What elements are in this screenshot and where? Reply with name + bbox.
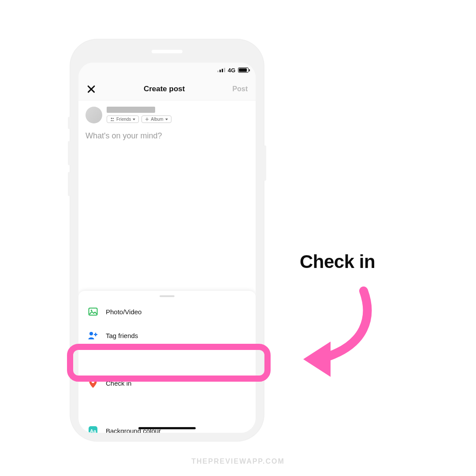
option-label: Check in: [106, 379, 131, 387]
options-sheet: Photo/Video Tag friends: [78, 291, 256, 433]
close-icon[interactable]: [86, 84, 96, 94]
svg-point-3: [91, 310, 92, 311]
home-indicator[interactable]: [138, 427, 196, 429]
battery-icon: [238, 67, 249, 73]
option-tag-friends[interactable]: Tag friends: [78, 324, 256, 347]
audience-selector[interactable]: Friends: [107, 115, 139, 123]
side-button: [68, 141, 71, 165]
avatar[interactable]: [86, 107, 102, 123]
background-colour-icon: Aa: [87, 425, 99, 433]
page-title: Create post: [144, 85, 185, 93]
network-label: 4G: [228, 67, 235, 74]
option-check-in[interactable]: Check in: [78, 371, 256, 395]
watermark: THEPREVIEWAPP.COM: [0, 457, 476, 465]
composer-input[interactable]: What's on your mind?: [78, 123, 256, 149]
username-redacted: [107, 107, 155, 113]
svg-point-4: [89, 332, 93, 335]
svg-point-1: [113, 118, 114, 119]
svg-text:Aa: Aa: [90, 428, 97, 433]
location-pin-icon: [87, 377, 99, 389]
option-label: Tag friends: [106, 332, 138, 339]
annotation-arrow: [295, 280, 383, 381]
option-label: Photo/Video: [106, 308, 141, 316]
plus-icon: [145, 117, 149, 121]
nav-bar: Create post Post: [78, 78, 256, 100]
chevron-down-icon: [165, 119, 168, 120]
photo-icon: [87, 306, 99, 317]
phone-screen: 4G Create post Post: [78, 63, 256, 433]
sheet-handle[interactable]: [160, 295, 175, 297]
composer-header: Friends Album: [78, 100, 256, 123]
post-button[interactable]: Post: [232, 85, 248, 93]
album-selector[interactable]: Album: [141, 115, 171, 123]
option-background-colour[interactable]: Aa Background colour: [78, 419, 256, 433]
audience-label: Friends: [116, 117, 131, 122]
option-photo-video[interactable]: Photo/Video: [78, 300, 256, 324]
annotation-label: Check in: [300, 251, 375, 272]
side-button: [68, 117, 71, 129]
album-label: Album: [151, 117, 163, 122]
signal-icon: [217, 68, 225, 72]
status-bar: 4G: [78, 63, 256, 78]
chevron-down-icon: [133, 119, 135, 120]
tag-friends-icon: [87, 330, 99, 341]
side-button: [264, 145, 266, 181]
phone-frame: 4G Create post Post: [71, 40, 264, 441]
svg-point-5: [92, 380, 94, 383]
svg-point-0: [111, 118, 112, 119]
friends-icon: [110, 117, 115, 121]
side-button: [68, 172, 71, 196]
